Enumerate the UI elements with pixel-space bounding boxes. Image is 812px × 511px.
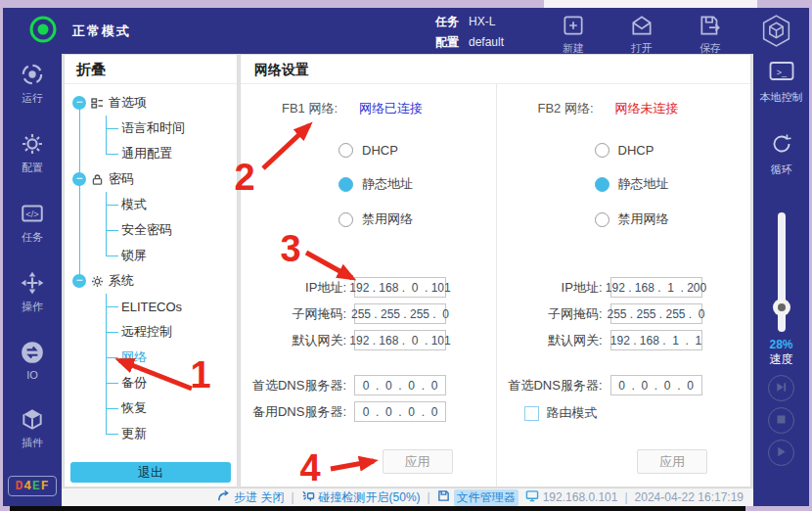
tree-node-password[interactable]: − 密码 xyxy=(72,166,237,192)
sidebar-item-label: 操作 xyxy=(22,300,43,314)
sidebar-item-plugin[interactable]: 插件 xyxy=(20,406,45,450)
fb1-dns1-label: 首选DNS服务器: xyxy=(241,377,346,395)
sidebar-item-label: 运行 xyxy=(22,91,43,106)
fb1-status: 网络已连接 xyxy=(359,100,423,117)
loop-label: 循环 xyxy=(771,163,792,177)
config-icon xyxy=(20,131,45,159)
collapse-minus-icon[interactable]: − xyxy=(72,274,86,288)
fb2-radio-static[interactable]: 静态地址 xyxy=(595,175,751,193)
task-config-block: 任务 HX-L 配置 default xyxy=(435,14,504,51)
fb1-ip-input[interactable]: 192 . 168 . 0 . 101 xyxy=(354,277,446,298)
system-datetime: 2024-04-22 16:17:19 xyxy=(635,490,744,504)
tree-node-preferences[interactable]: − 首选项 xyxy=(72,90,237,116)
fb1-dns2-input[interactable]: 0 . 0 . 0 . 0 xyxy=(354,401,446,422)
tree-item-update[interactable]: 更新 xyxy=(106,421,237,446)
open-task-button[interactable]: 打开 xyxy=(619,13,664,56)
fb2-status: 网络未连接 xyxy=(615,100,679,117)
tree-node-system[interactable]: − 系统 xyxy=(72,268,237,294)
tree-item-network[interactable]: 网络 xyxy=(106,345,237,370)
sidebar-item-operate[interactable]: 操作 xyxy=(20,270,45,314)
file-manager-button[interactable]: 文件管理器 xyxy=(437,489,519,506)
open-task-label: 打开 xyxy=(631,41,653,56)
settings-tree: − 首选项 语言和时间 通用配置 − xyxy=(65,84,237,446)
fb1-column: FB1 网络: 网络已连接 DHCP 静态地址 xyxy=(241,84,496,487)
fb2-ip-input[interactable]: 192 . 168 . 1 . 200 xyxy=(610,277,702,298)
local-control-label: 本地控制 xyxy=(760,90,803,105)
new-task-button[interactable]: 新建 xyxy=(551,13,596,56)
save-task-label: 保存 xyxy=(699,41,721,56)
tree-item-lock-screen[interactable]: 锁屏 xyxy=(106,243,237,268)
sidebar-item-run[interactable]: 运行 xyxy=(20,62,45,106)
file-manager-icon xyxy=(437,489,450,505)
fb2-radio-disable[interactable]: 禁用网络 xyxy=(595,210,751,228)
loop-mode-button[interactable]: 循环 xyxy=(768,130,795,177)
fb2-gateway-label: 默认网关: xyxy=(497,332,603,349)
fb1-ip-label: IP地址: xyxy=(241,279,346,297)
fb2-radio-dhcp[interactable]: DHCP xyxy=(595,143,751,158)
tree-item-mode[interactable]: 模式 xyxy=(106,192,237,217)
radio-circle-selected xyxy=(595,177,609,192)
route-mode-checkbox-row[interactable]: 路由模式 xyxy=(524,404,751,422)
fb1-radio-group: DHCP 静态地址 禁用网络 xyxy=(338,143,496,228)
stop-button[interactable] xyxy=(768,407,794,434)
task-icon: </> xyxy=(20,201,45,228)
speed-slider-handle[interactable] xyxy=(773,299,790,316)
save-task-button[interactable]: 保存 xyxy=(688,13,733,56)
mode-label: 正常模式 xyxy=(72,23,131,40)
fb1-network-label: FB1 网络: xyxy=(282,100,338,117)
fb1-radio-disable[interactable]: 禁用网络 xyxy=(338,210,496,228)
save-icon xyxy=(698,13,723,40)
exit-button[interactable]: 退出 xyxy=(70,462,231,483)
svg-text:</>: </> xyxy=(25,209,38,219)
controller-ip: 192.168.0.101 xyxy=(525,489,618,505)
preferences-icon xyxy=(91,97,104,110)
fb2-dns-fields: 首选DNS服务器: 0 . 0 . 0 . 0 xyxy=(497,375,751,395)
tree-item-remote-control[interactable]: 远程控制 xyxy=(106,319,237,345)
local-control-button[interactable]: >_ 本地控制 xyxy=(760,60,803,105)
content-row: 运行 配置 </> 任务 操作 xyxy=(3,54,809,506)
fb1-address-fields: IP地址: 192 . 168 . 0 . 101 子网掩码: 255 . 25… xyxy=(241,277,496,350)
tree-item-language-time[interactable]: 语言和时间 xyxy=(106,116,237,141)
tree-item-safety-password[interactable]: 安全密码 xyxy=(106,217,237,243)
tree-item-general-config[interactable]: 通用配置 xyxy=(106,141,237,166)
task-label: 任务 xyxy=(435,14,459,30)
play-button[interactable] xyxy=(768,440,794,466)
step-forward-button[interactable] xyxy=(768,375,794,401)
fb1-mask-input[interactable]: 255 . 255 . 255 . 0 xyxy=(354,303,446,324)
sidebar-item-label: 任务 xyxy=(22,230,43,245)
fb2-dns1-input[interactable]: 0 . 0 . 0 . 0 xyxy=(610,375,702,395)
tree-item-restore[interactable]: 恢复 xyxy=(106,395,237,421)
collapse-minus-icon[interactable]: − xyxy=(72,172,86,186)
speed-slider[interactable] xyxy=(773,212,790,332)
fb1-dns-fields: 首选DNS服务器: 0 . 0 . 0 . 0 备用DNS服务器: 0 . 0 … xyxy=(241,375,496,422)
fb1-gateway-input[interactable]: 192 . 168 . 0 . 101 xyxy=(354,330,446,350)
fb1-dns1-input[interactable]: 0 . 0 . 0 . 0 xyxy=(354,375,446,395)
network-monitor-icon xyxy=(525,489,539,505)
fb1-radio-dhcp[interactable]: DHCP xyxy=(338,143,496,158)
status-separator: | xyxy=(624,490,627,504)
collision-status[interactable]: 碰撞检测开启(50%) xyxy=(301,489,421,506)
mode-indicator[interactable]: 正常模式 xyxy=(28,15,131,48)
fb2-apply-button[interactable]: 应用 xyxy=(637,449,707,474)
sidebar-item-io[interactable]: IO xyxy=(20,340,45,381)
right-control-sidebar: >_ 本地控制 循环 28% 速度 xyxy=(753,54,809,506)
fb1-radio-static[interactable]: 静态地址 xyxy=(338,175,496,193)
step-status[interactable]: 步进 关闭 xyxy=(217,489,284,506)
collapse-minus-icon[interactable]: − xyxy=(72,96,86,110)
middle-area: 折叠 − 首选项 语言和时间 通用配置 xyxy=(62,54,753,506)
fb2-mask-input[interactable]: 255 . 255 . 255 . 0 xyxy=(610,303,702,324)
tree-item-elitecos[interactable]: ELITECOs xyxy=(106,294,237,319)
io-icon xyxy=(20,340,45,367)
fb2-address-fields: IP地址: 192 . 168 . 1 . 200 子网掩码: 255 . 25… xyxy=(497,277,751,350)
new-file-icon xyxy=(561,13,586,40)
tree-item-backup[interactable]: 备份 xyxy=(106,370,237,395)
sidebar-item-config[interactable]: 配置 xyxy=(20,131,45,175)
radio-circle xyxy=(595,212,609,227)
fb1-apply-button[interactable]: 应用 xyxy=(383,449,453,474)
route-mode-checkbox[interactable] xyxy=(524,406,539,421)
radio-circle xyxy=(338,212,353,227)
fb2-gateway-input[interactable]: 192 . 168 . 1 . 1 xyxy=(610,330,702,350)
fb2-radio-group: DHCP 静态地址 禁用网络 xyxy=(595,143,751,228)
collapse-header[interactable]: 折叠 xyxy=(65,55,237,84)
sidebar-item-task[interactable]: </> 任务 xyxy=(20,201,45,245)
